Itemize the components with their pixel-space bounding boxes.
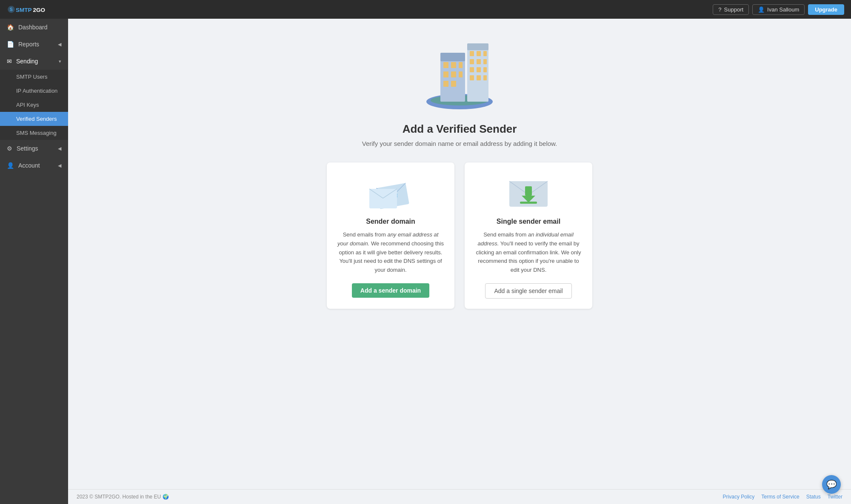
verified-senders-label: Verified Senders	[16, 116, 57, 122]
footer-copy: 2023 © SMTP2GO. Hosted in the EU 🌍	[77, 494, 169, 500]
sender-domain-illustration	[365, 173, 416, 211]
sidebar-item-settings[interactable]: ⚙ Settings ◀	[0, 140, 68, 157]
upgrade-button[interactable]: Upgrade	[808, 4, 844, 15]
gear-icon: ⚙	[7, 145, 12, 152]
sidebar-item-api-keys[interactable]: API Keys	[0, 98, 68, 112]
privacy-policy-link[interactable]: Privacy Policy	[723, 494, 755, 500]
add-single-sender-button[interactable]: Add a single sender email	[485, 283, 571, 299]
sender-domain-desc: Send emails from any email address at yo…	[337, 231, 444, 275]
user-menu-button[interactable]: 👤 Ivan Salloum	[752, 4, 805, 15]
status-link[interactable]: Status	[806, 494, 821, 500]
send-icon: ✉	[7, 58, 12, 65]
terms-of-service-link[interactable]: Terms of Service	[761, 494, 799, 500]
single-sender-email-card: Single sender email Send emails from an …	[465, 162, 592, 309]
user-name-label: Ivan Salloum	[767, 6, 799, 13]
svg-rect-9	[451, 62, 456, 68]
main-content: Add a Verified Sender Verify your sender…	[68, 19, 851, 504]
svg-rect-29	[483, 75, 487, 80]
svg-rect-46	[520, 202, 537, 204]
page-title: Add a Verified Sender	[403, 122, 517, 136]
svg-rect-24	[470, 67, 474, 72]
sms-messaging-label: SMS Messaging	[16, 130, 57, 136]
sender-domain-title: Sender domain	[366, 218, 415, 225]
sending-submenu: SMTP Users IP Authentication API Keys Ve…	[0, 70, 68, 140]
add-sender-domain-button[interactable]: Add a sender domain	[352, 283, 429, 298]
sidebar-label-account: Account	[18, 162, 40, 169]
support-icon: ?	[718, 6, 721, 13]
svg-rect-8	[443, 62, 448, 68]
svg-rect-12	[451, 71, 456, 77]
sidebar-item-account[interactable]: 👤 Account ◀	[0, 157, 68, 174]
app-layout: 🏠 Dashboard 📄 Reports ◀ ✉ Sending ▾ SMTP…	[0, 19, 851, 504]
chevron-right-icon: ◀	[58, 42, 61, 47]
svg-rect-20	[483, 51, 487, 56]
single-sender-illustration	[503, 173, 554, 211]
chat-button[interactable]: 💬	[822, 475, 841, 494]
sender-domain-card: Sender domain Send emails from any email…	[327, 162, 454, 309]
sidebar-item-reports[interactable]: 📄 Reports ◀	[0, 36, 68, 53]
svg-rect-17	[467, 43, 488, 50]
hero-illustration	[417, 36, 502, 112]
home-icon: 🏠	[7, 24, 14, 31]
svg-rect-22	[477, 59, 481, 64]
api-keys-label: API Keys	[16, 102, 39, 108]
sidebar-item-dashboard[interactable]: 🏠 Dashboard	[0, 19, 68, 36]
svg-text:SMTP: SMTP	[16, 7, 32, 13]
svg-rect-44	[525, 186, 532, 196]
page-body: Add a Verified Sender Verify your sender…	[68, 19, 851, 489]
svg-rect-21	[470, 59, 474, 64]
twitter-link[interactable]: Twitter	[828, 494, 842, 500]
sidebar-label-reports: Reports	[18, 41, 39, 48]
support-label: Support	[724, 6, 744, 13]
svg-rect-25	[477, 67, 481, 72]
sidebar-item-verified-senders[interactable]: Verified Senders	[0, 112, 68, 126]
cards-row: Sender domain Send emails from any email…	[327, 162, 592, 309]
file-icon: 📄	[7, 41, 14, 48]
logo[interactable]: SMTP 2GO S	[7, 3, 45, 15]
support-button[interactable]: ? Support	[713, 4, 749, 15]
user-icon: 👤	[758, 6, 765, 13]
sidebar-item-sms-messaging[interactable]: SMS Messaging	[0, 126, 68, 140]
svg-rect-28	[477, 75, 481, 80]
svg-rect-18	[470, 51, 474, 56]
svg-rect-13	[459, 71, 463, 77]
chevron-right-icon-account: ◀	[58, 163, 61, 168]
sidebar-label-settings: Settings	[17, 145, 38, 152]
page-subtitle: Verify your sender domain name or email …	[362, 140, 557, 147]
svg-rect-19	[477, 51, 481, 56]
single-sender-title: Single sender email	[497, 218, 560, 225]
smtp-users-label: SMTP Users	[16, 74, 47, 80]
svg-rect-10	[459, 62, 463, 68]
sidebar: 🏠 Dashboard 📄 Reports ◀ ✉ Sending ▾ SMTP…	[0, 19, 68, 504]
user-circle-icon: 👤	[7, 162, 14, 169]
chevron-right-icon-settings: ◀	[58, 146, 61, 151]
svg-rect-7	[440, 53, 465, 61]
svg-rect-23	[483, 59, 487, 64]
svg-rect-27	[470, 75, 474, 80]
footer: 2023 © SMTP2GO. Hosted in the EU 🌍 Priva…	[68, 489, 851, 504]
sidebar-label-dashboard: Dashboard	[18, 24, 48, 31]
ip-auth-label: IP Authentication	[16, 88, 57, 94]
topnav: SMTP 2GO S ? Support 👤 Ivan Salloum Upgr…	[0, 0, 851, 19]
svg-rect-14	[443, 81, 448, 87]
svg-rect-15	[451, 81, 456, 87]
sidebar-item-smtp-users[interactable]: SMTP Users	[0, 70, 68, 84]
sidebar-item-sending[interactable]: ✉ Sending ▾	[0, 53, 68, 70]
single-sender-desc: Send emails from an individual email add…	[475, 231, 582, 275]
svg-rect-16	[467, 48, 488, 102]
sidebar-label-sending: Sending	[16, 58, 38, 65]
svg-rect-26	[483, 67, 487, 72]
svg-text:2GO: 2GO	[33, 7, 46, 13]
chevron-down-icon: ▾	[59, 59, 61, 64]
svg-text:S: S	[10, 7, 13, 12]
sidebar-item-ip-authentication[interactable]: IP Authentication	[0, 84, 68, 98]
svg-rect-11	[443, 71, 448, 77]
footer-links: Privacy Policy Terms of Service Status T…	[723, 494, 842, 500]
topnav-actions: ? Support 👤 Ivan Salloum Upgrade	[713, 4, 844, 15]
